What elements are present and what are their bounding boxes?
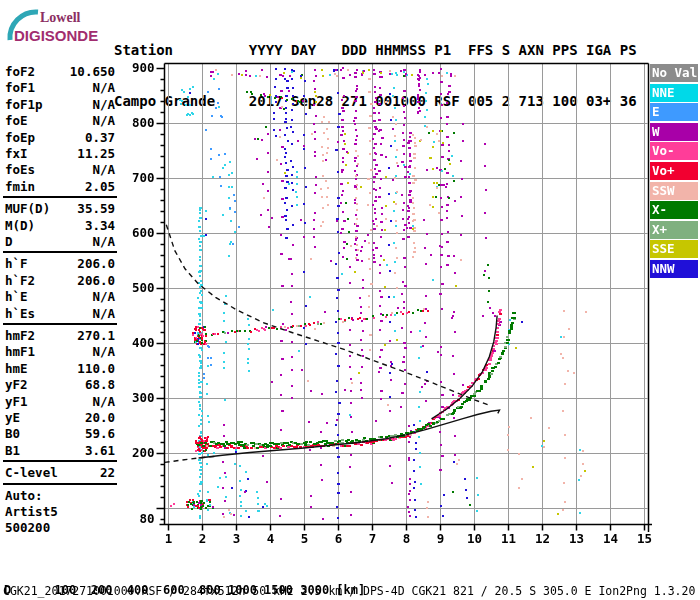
legend-item-e: E [650,103,698,121]
legend-item-ssw: SSW [650,182,698,200]
legend-label: W [652,124,660,139]
file-info-line: CGK21_2017271001000.RSF / 284fx512h 50 k… [3,584,695,598]
legend-label: X- [652,202,667,217]
ionogram-plot [0,0,700,600]
legend-label: No Val [652,65,697,80]
legend-label: NNE [652,85,675,100]
legend-item-w: W [650,123,698,141]
legend-item-x-: X- [650,201,698,219]
legend-label: E [652,104,660,119]
legend-item-noval: No Val [650,64,698,82]
legend-item-vo+: Vo+ [650,162,698,180]
legend-item-sse: SSE [650,240,698,258]
legend-item-nnw: NNW [650,260,698,278]
legend-label: Vo- [652,143,675,158]
legend-item-vo-: Vo- [650,142,698,160]
legend-label: NNW [652,261,675,276]
legend-item-nne: NNE [650,84,698,102]
digisonde-ionogram-window: { "logo": {"top": "Lowell", "bottom": "D… [0,0,700,600]
direction-legend: No ValNNEEWVo-Vo+SSWX-X+SSENNW [650,64,698,280]
legend-label: Vo+ [652,163,675,178]
legend-label: SSE [652,241,675,256]
legend-label: SSW [652,183,675,198]
legend-item-x+: X+ [650,221,698,239]
legend-label: X+ [652,222,667,237]
